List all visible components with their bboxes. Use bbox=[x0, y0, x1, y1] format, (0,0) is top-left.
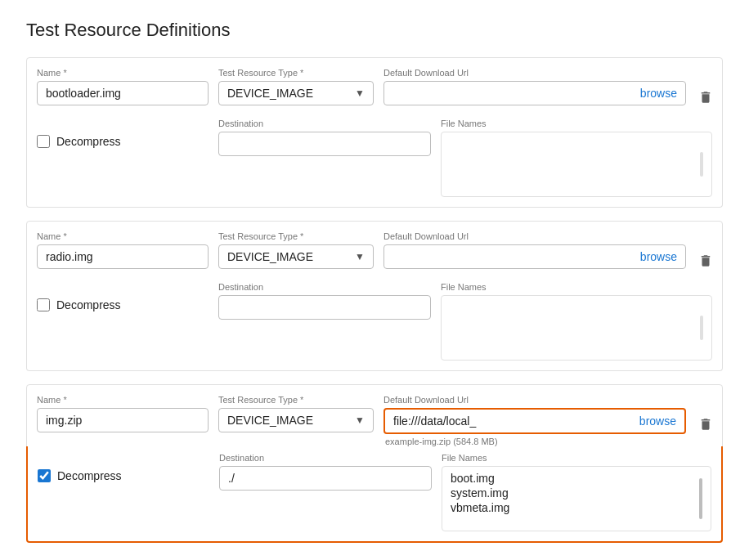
url-value-3: file:///data/local_ bbox=[393, 414, 633, 428]
filenames-box-3: boot.imgsystem.imgvbmeta.img bbox=[442, 466, 711, 531]
type-field-1: Test Resource Type *DEVICE_IMAGE▼ bbox=[218, 68, 374, 105]
resource-block-3: Name *Test Resource Type *DEVICE_IMAGE▼D… bbox=[26, 384, 723, 543]
destination-input-3[interactable] bbox=[219, 466, 432, 491]
type-select-1[interactable]: DEVICE_IMAGE▼ bbox=[218, 81, 374, 105]
decompress-item-2: Decompress bbox=[37, 282, 209, 311]
filenames-scrollbar-3 bbox=[699, 478, 702, 519]
filenames-field-2: File Names bbox=[441, 282, 712, 361]
decompress-row-2: DecompressDestinationFile Names bbox=[26, 276, 723, 371]
decompress-item-3: Decompress bbox=[38, 453, 209, 482]
filenames-box-2 bbox=[441, 295, 712, 361]
filenames-box-1 bbox=[441, 132, 712, 197]
delete-button-1[interactable] bbox=[696, 83, 722, 112]
browse-button-2[interactable]: browse bbox=[640, 250, 677, 263]
filenames-item: vbmeta.img bbox=[451, 501, 509, 514]
chevron-down-icon-3: ▼ bbox=[355, 414, 365, 426]
delete-button-2[interactable] bbox=[696, 246, 722, 276]
url-hint-3: example-img.zip (584.8 MB) bbox=[383, 437, 686, 446]
name-input-3[interactable] bbox=[37, 408, 209, 432]
url-field-2: Default Download Urlbrowse bbox=[383, 231, 686, 269]
browse-button-3[interactable]: browse bbox=[639, 414, 676, 428]
type-field-3: Test Resource Type *DEVICE_IMAGE▼ bbox=[218, 395, 374, 432]
url-wrapper-3: file:///data/local_browse bbox=[383, 408, 686, 434]
destination-field-2: Destination bbox=[218, 282, 431, 320]
decompress-checkbox-3[interactable] bbox=[38, 469, 51, 482]
type-field-2: Test Resource Type *DEVICE_IMAGE▼ bbox=[218, 231, 374, 269]
filenames-scrollbar-2 bbox=[700, 316, 703, 340]
url-field-1: Default Download Urlbrowse bbox=[383, 68, 686, 105]
filenames-item: boot.img bbox=[451, 472, 509, 485]
destination-field-3: Destination bbox=[219, 453, 432, 491]
decompress-row-3: DecompressDestinationFile Namesboot.imgs… bbox=[26, 446, 723, 543]
chevron-down-icon-2: ▼ bbox=[355, 251, 365, 262]
url-field-3: Default Download Urlfile:///data/local_b… bbox=[383, 395, 686, 446]
filenames-scrollbar-1 bbox=[700, 152, 703, 177]
resource-block-1: Name *Test Resource Type *DEVICE_IMAGE▼D… bbox=[26, 57, 723, 208]
name-field-3: Name * bbox=[37, 395, 209, 432]
chevron-down-icon-1: ▼ bbox=[355, 87, 365, 99]
filenames-field-1: File Names bbox=[441, 119, 712, 197]
decompress-item-1: Decompress bbox=[37, 119, 209, 148]
decompress-checkbox-2[interactable] bbox=[37, 298, 50, 311]
url-wrapper-1: browse bbox=[383, 81, 686, 105]
browse-button-1[interactable]: browse bbox=[640, 87, 677, 100]
name-field-1: Name * bbox=[37, 68, 209, 105]
filenames-field-3: File Namesboot.imgsystem.imgvbmeta.img bbox=[442, 453, 711, 531]
destination-input-2[interactable] bbox=[218, 295, 431, 320]
filenames-item: system.img bbox=[451, 486, 509, 500]
url-wrapper-2: browse bbox=[383, 244, 686, 269]
resource-block-2: Name *Test Resource Type *DEVICE_IMAGE▼D… bbox=[26, 221, 723, 371]
delete-button-3[interactable] bbox=[696, 410, 722, 439]
type-select-3[interactable]: DEVICE_IMAGE▼ bbox=[218, 408, 374, 432]
destination-input-1[interactable] bbox=[218, 132, 431, 156]
name-input-1[interactable] bbox=[37, 81, 209, 105]
destination-field-1: Destination bbox=[218, 119, 431, 156]
name-field-2: Name * bbox=[37, 231, 209, 269]
decompress-checkbox-1[interactable] bbox=[37, 135, 50, 148]
type-select-2[interactable]: DEVICE_IMAGE▼ bbox=[218, 244, 374, 269]
decompress-row-1: DecompressDestinationFile Names bbox=[26, 112, 723, 208]
page-title: Test Resource Definitions bbox=[26, 20, 723, 41]
name-input-2[interactable] bbox=[37, 244, 209, 269]
